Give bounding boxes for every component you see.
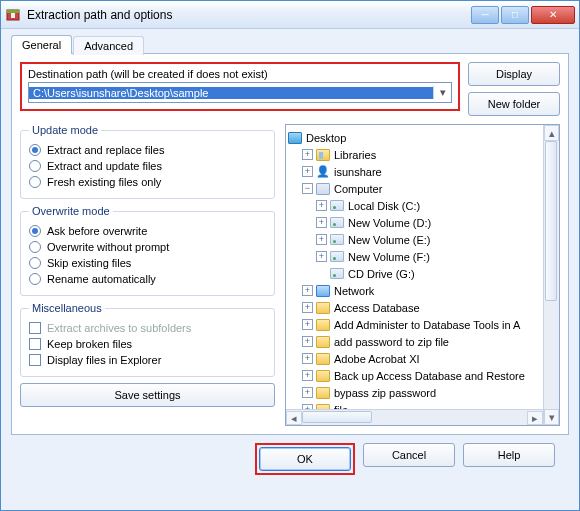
scroll-left-icon[interactable]: ◂ (286, 411, 302, 425)
checkbox-icon (29, 338, 41, 350)
option-overwrite-noprompt[interactable]: Overwrite without prompt (29, 239, 266, 255)
folder-icon (316, 319, 330, 331)
desktop-icon (288, 132, 302, 144)
expand-icon[interactable]: + (316, 234, 327, 245)
window-title: Extraction path and options (27, 8, 469, 22)
destination-path-input[interactable]: C:\Users\isunshare\Desktop\sample ▾ (28, 82, 452, 103)
tree-node-drive-e[interactable]: +New Volume (E:) (288, 231, 557, 248)
option-keep-broken[interactable]: Keep broken files (29, 336, 266, 352)
expand-icon[interactable]: + (302, 319, 313, 330)
titlebar[interactable]: Extraction path and options ─ □ ✕ (1, 1, 579, 29)
tab-strip: General Advanced (11, 35, 569, 54)
scroll-right-icon[interactable]: ▸ (527, 411, 543, 425)
option-skip-existing[interactable]: Skip existing files (29, 255, 266, 271)
expand-icon[interactable]: + (302, 387, 313, 398)
horizontal-scrollbar[interactable]: ◂▸ (286, 409, 543, 425)
drive-icon (330, 251, 344, 262)
libraries-icon (316, 149, 330, 161)
tree-node-drive-f[interactable]: +New Volume (F:) (288, 248, 557, 265)
tree-node-desktop[interactable]: Desktop (288, 129, 557, 146)
option-extract-replace[interactable]: Extract and replace files (29, 142, 266, 158)
destination-path-value[interactable]: C:\Users\isunshare\Desktop\sample (29, 87, 433, 99)
scroll-up-icon[interactable]: ▴ (544, 125, 559, 141)
ok-highlight: OK (255, 443, 355, 475)
folder-icon (316, 353, 330, 365)
expand-icon[interactable]: + (302, 336, 313, 347)
path-dropdown-icon[interactable]: ▾ (433, 86, 451, 99)
update-mode-legend: Update mode (29, 124, 101, 136)
tree-node-libraries[interactable]: +Libraries (288, 146, 557, 163)
tree-node-folder[interactable]: +Adobe Acrobat XI (288, 350, 557, 367)
radio-icon (29, 257, 41, 269)
tab-advanced[interactable]: Advanced (73, 36, 144, 55)
tree-node-folder[interactable]: +bypass zip password (288, 384, 557, 401)
minimize-button[interactable]: ─ (471, 6, 499, 24)
expand-icon[interactable]: + (302, 353, 313, 364)
folder-icon (316, 370, 330, 382)
cd-drive-icon (330, 268, 344, 279)
ok-button[interactable]: OK (259, 447, 351, 471)
option-ask-before[interactable]: Ask before overwrite (29, 223, 266, 239)
cancel-button[interactable]: Cancel (363, 443, 455, 467)
tree-node-folder[interactable]: +add password to zip file (288, 333, 557, 350)
destination-path-label: Destination path (will be created if doe… (28, 68, 452, 80)
tree-node-network[interactable]: +Network (288, 282, 557, 299)
dialog-window: Extraction path and options ─ □ ✕ Genera… (0, 0, 580, 511)
option-display-explorer[interactable]: Display files in Explorer (29, 352, 266, 368)
folder-tree[interactable]: Desktop +Libraries +👤isunshare −Computer… (285, 124, 560, 426)
expand-icon[interactable]: + (316, 200, 327, 211)
tree-node-drive-c[interactable]: +Local Disk (C:) (288, 197, 557, 214)
tree-node-folder[interactable]: +Access Database (288, 299, 557, 316)
option-extract-update[interactable]: Extract and update files (29, 158, 266, 174)
tree-node-drive-d[interactable]: +New Volume (D:) (288, 214, 557, 231)
scroll-down-icon[interactable]: ▾ (544, 409, 559, 425)
misc-legend: Miscellaneous (29, 302, 105, 314)
radio-icon (29, 225, 41, 237)
app-icon (5, 7, 21, 23)
scroll-thumb[interactable] (545, 141, 557, 301)
drive-icon (330, 234, 344, 245)
new-folder-button[interactable]: New folder (468, 92, 560, 116)
tree-node-computer[interactable]: −Computer (288, 180, 557, 197)
svg-rect-1 (7, 10, 19, 13)
display-button[interactable]: Display (468, 62, 560, 86)
overwrite-mode-legend: Overwrite mode (29, 205, 113, 217)
dialog-footer: OK Cancel Help (11, 435, 569, 475)
tree-node-user[interactable]: +👤isunshare (288, 163, 557, 180)
expand-icon[interactable]: + (316, 251, 327, 262)
radio-icon (29, 241, 41, 253)
option-rename-auto[interactable]: Rename automatically (29, 271, 266, 287)
checkbox-icon (29, 354, 41, 366)
maximize-button[interactable]: □ (501, 6, 529, 24)
option-extract-subfolders: Extract archives to subfolders (29, 320, 266, 336)
drive-icon (330, 217, 344, 228)
collapse-icon[interactable]: − (302, 183, 313, 194)
save-settings-button[interactable]: Save settings (20, 383, 275, 407)
expand-icon[interactable]: + (316, 217, 327, 228)
scroll-thumb[interactable] (302, 411, 372, 423)
tree-node-folder[interactable]: +Add Administer to Database Tools in A (288, 316, 557, 333)
vertical-scrollbar[interactable]: ▴▾ (543, 125, 559, 425)
expand-icon[interactable]: + (302, 370, 313, 381)
computer-icon (316, 183, 330, 195)
radio-icon (29, 144, 41, 156)
close-button[interactable]: ✕ (531, 6, 575, 24)
tab-panel: Destination path (will be created if doe… (11, 53, 569, 435)
tree-node-folder[interactable]: +Back up Access Database and Restore (288, 367, 557, 384)
expand-icon[interactable]: + (302, 149, 313, 160)
drive-icon (330, 200, 344, 211)
folder-icon (316, 387, 330, 399)
folder-icon (316, 336, 330, 348)
option-fresh-only[interactable]: Fresh existing files only (29, 174, 266, 190)
user-icon: 👤 (316, 166, 330, 178)
update-mode-group: Update mode Extract and replace files Ex… (20, 124, 275, 199)
radio-icon (29, 176, 41, 188)
expand-icon[interactable]: + (302, 302, 313, 313)
help-button[interactable]: Help (463, 443, 555, 467)
tree-node-drive-g[interactable]: CD Drive (G:) (288, 265, 557, 282)
radio-icon (29, 273, 41, 285)
expand-icon[interactable]: + (302, 166, 313, 177)
expand-icon[interactable]: + (302, 285, 313, 296)
misc-group: Miscellaneous Extract archives to subfol… (20, 302, 275, 377)
tab-general[interactable]: General (11, 35, 72, 54)
